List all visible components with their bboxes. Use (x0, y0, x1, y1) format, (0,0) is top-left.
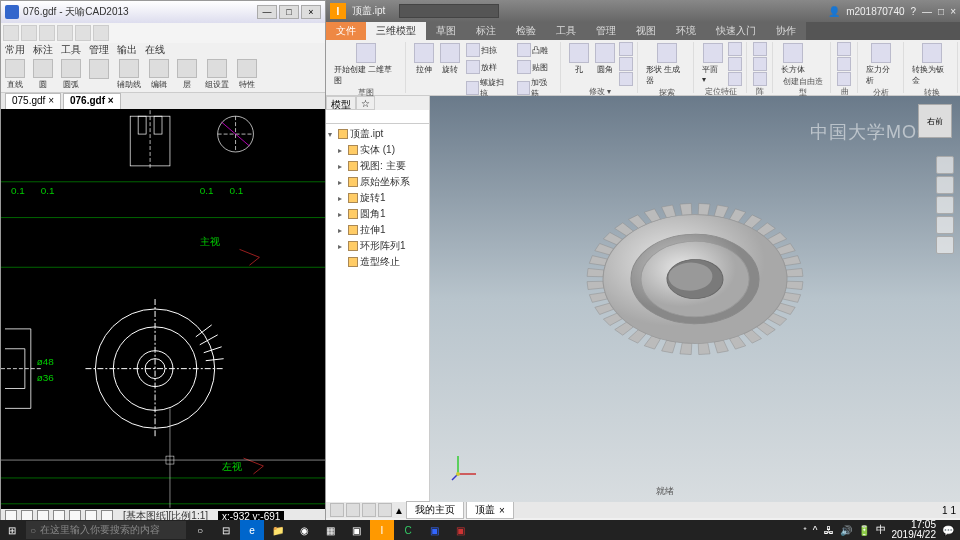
surf3-icon[interactable] (837, 72, 851, 86)
surf2-icon[interactable] (837, 57, 851, 71)
stat-ico-4[interactable] (378, 503, 392, 517)
doc-close-icon[interactable]: × (499, 505, 505, 516)
box-button[interactable]: 长方体 (779, 42, 807, 76)
inv-titlebar[interactable]: I 顶盖.ipt 👤 m201870740 ? — □ × (326, 0, 960, 22)
thread-icon[interactable] (619, 72, 633, 86)
menu-output[interactable]: 输出 (117, 43, 137, 57)
nav-look-icon[interactable] (936, 236, 954, 254)
tab-collab[interactable]: 协作 (766, 22, 806, 40)
rib-edit[interactable]: 编辑 (149, 59, 169, 90)
tree-search[interactable] (326, 110, 429, 124)
nav-zoom-icon[interactable] (936, 216, 954, 234)
qat-new-icon[interactable] (3, 25, 19, 41)
menu-online[interactable]: 在线 (145, 43, 165, 57)
tb-app3-icon[interactable]: ▣ (422, 520, 446, 540)
cad-titlebar[interactable]: 076.gdf - 天喻CAD2013 — □ × (1, 1, 325, 23)
tree-item[interactable]: ▸实体 (1) (328, 142, 427, 158)
tree-expand-icon[interactable]: ▸ (338, 210, 346, 219)
doc-tab-home[interactable]: 我的主页 (406, 501, 464, 519)
tab-getstarted[interactable]: 快速入门 (706, 22, 766, 40)
nav-home-icon[interactable] (936, 156, 954, 174)
stat-ico-1[interactable] (330, 503, 344, 517)
help-icon[interactable]: ? (911, 6, 917, 17)
plane-button[interactable]: 平面 ▾ (700, 42, 725, 86)
start-sketch-button[interactable]: 开始创建 二维草图 (332, 42, 401, 87)
taskview-icon[interactable]: ⊟ (214, 520, 238, 540)
rib-helper[interactable]: 辅助线 (117, 59, 141, 90)
tray-batt-icon[interactable]: 🔋 (858, 525, 870, 536)
tree-item[interactable]: ▸环形阵列1 (328, 238, 427, 254)
qat-redo-icon[interactable] (93, 25, 109, 41)
inv-help-search[interactable] (399, 4, 499, 18)
tray-ime-icon[interactable]: 中 (876, 523, 886, 537)
rib-layer[interactable]: 层 (177, 59, 197, 90)
tray-up-icon[interactable]: ^ (813, 525, 818, 536)
cad-tab-0[interactable]: 075.gdf × (5, 93, 61, 109)
rib-circle[interactable]: 圆 (33, 59, 53, 90)
tray-net-icon[interactable]: 🖧 (824, 525, 834, 536)
viewcube[interactable]: 右前 (918, 104, 952, 138)
cad-tab-1[interactable]: 076.gdf × (63, 93, 121, 109)
rib-groupset[interactable]: 组设置 (205, 59, 229, 90)
tab-view[interactable]: 视图 (626, 22, 666, 40)
qat-print-icon[interactable] (57, 25, 73, 41)
tray-vol-icon[interactable]: 🔊 (840, 525, 852, 536)
tree-expand-icon[interactable]: ▾ (328, 130, 336, 139)
tb-app1-icon[interactable]: ▦ (318, 520, 342, 540)
sheetmetal-button[interactable]: 转换为钣金 (910, 42, 953, 87)
minimize-button[interactable]: — (257, 5, 277, 19)
tree-expand-icon[interactable]: ▸ (338, 146, 346, 155)
surf1-icon[interactable] (837, 42, 851, 56)
tab-annotate[interactable]: 标注 (466, 22, 506, 40)
decal-button[interactable]: 贴图 (515, 59, 556, 75)
inv-min-button[interactable]: — (922, 6, 932, 17)
tree-expand-icon[interactable]: ▸ (338, 194, 346, 203)
tray-people-icon[interactable]: ᕀ (803, 525, 807, 536)
maximize-button[interactable]: □ (279, 5, 299, 19)
tab-sketch[interactable]: 草图 (426, 22, 466, 40)
tree-item[interactable]: ▸原始坐标系 (328, 174, 427, 190)
menu-annotate[interactable]: 标注 (33, 43, 53, 57)
inv-close-button[interactable]: × (950, 6, 956, 17)
pattern-rect-icon[interactable] (753, 42, 767, 56)
taskbar-clock[interactable]: 17:05 2019/4/22 (892, 520, 937, 540)
extrude-button[interactable]: 拉伸 (412, 42, 436, 100)
qat-undo-icon[interactable] (75, 25, 91, 41)
nav-orbit-icon[interactable] (936, 176, 954, 194)
shape-gen-button[interactable]: 形状 生成器 (644, 42, 689, 87)
tab-file[interactable]: 文件 (326, 22, 366, 40)
tree-item[interactable]: 造型终止 (328, 254, 427, 270)
point-icon[interactable] (728, 57, 742, 71)
tab-manage[interactable]: 管理 (586, 22, 626, 40)
tree-item[interactable]: ▸视图: 主要 (328, 158, 427, 174)
tb-chrome-icon[interactable]: ◉ (292, 520, 316, 540)
close-button[interactable]: × (301, 5, 321, 19)
tab-inspect[interactable]: 检验 (506, 22, 546, 40)
tree-item[interactable]: ▸拉伸1 (328, 222, 427, 238)
rib-arc[interactable]: 圆弧 (61, 59, 81, 90)
tab-tools[interactable]: 工具 (546, 22, 586, 40)
qat-save-icon[interactable] (39, 25, 55, 41)
rib-line[interactable]: 直线 (5, 59, 25, 90)
mirror-icon[interactable] (753, 72, 767, 86)
doc-tab-current[interactable]: 顶盖× (466, 501, 514, 519)
tree-item[interactable]: ▸旋转1 (328, 190, 427, 206)
tree-expand-icon[interactable]: ▸ (338, 178, 346, 187)
menu-common[interactable]: 常用 (5, 43, 25, 57)
tb-explorer-icon[interactable]: 📁 (266, 520, 290, 540)
fillet-button[interactable]: 圆角 (593, 42, 617, 86)
start-button[interactable]: ⊞ (0, 520, 24, 540)
revolve-button[interactable]: 旋转 (438, 42, 462, 100)
tab-environ[interactable]: 环境 (666, 22, 706, 40)
emboss-button[interactable]: 凸雕 (515, 42, 556, 58)
stress-button[interactable]: 应力分析 (864, 42, 899, 87)
tree-expand-icon[interactable]: ▸ (338, 162, 346, 171)
sweep-button[interactable]: 扫掠 (464, 42, 513, 58)
inv-max-button[interactable]: □ (938, 6, 944, 17)
stat-tri-icon[interactable]: ▲ (394, 505, 404, 516)
shell-icon[interactable] (619, 42, 633, 56)
qat-open-icon[interactable] (21, 25, 37, 41)
ucs-icon[interactable] (728, 72, 742, 86)
stat-ico-2[interactable] (346, 503, 360, 517)
tb-app2-icon[interactable]: ▣ (344, 520, 368, 540)
